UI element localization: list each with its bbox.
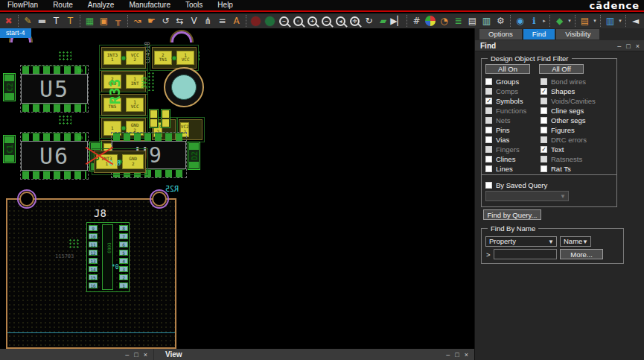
menu-help[interactable]: Help <box>210 0 240 10</box>
layers-icon[interactable]: ≣ <box>451 14 465 28</box>
checkbox-box[interactable] <box>541 117 547 124</box>
close-icon[interactable]: × <box>465 351 468 359</box>
fanout-icon[interactable]: ⋔ <box>201 14 215 28</box>
uturn-route-icon[interactable]: ↺ <box>159 14 173 28</box>
grid-toggle-icon[interactable]: # <box>409 14 424 28</box>
pin-pad[interactable]: 10 <box>89 233 98 239</box>
checkbox-box[interactable] <box>485 88 492 95</box>
name-input[interactable] <box>494 249 557 259</box>
zoom-in-icon[interactable]: + <box>307 16 317 26</box>
checkbox-other-segs[interactable]: Other segs <box>541 116 585 124</box>
pin-pad[interactable]: 15 <box>89 274 98 280</box>
checkbox-box[interactable] <box>541 127 547 133</box>
checkbox-bond-wires[interactable]: Bond wires <box>541 78 586 86</box>
close-icon[interactable]: × <box>636 42 640 50</box>
checkbox-box[interactable] <box>485 78 492 85</box>
by-saved-query-checkbox[interactable] <box>485 182 492 189</box>
color-dialog-icon[interactable] <box>425 16 436 26</box>
menu-flowplan[interactable]: FlowPlan <box>0 0 45 10</box>
property-dropdown[interactable]: Property ▼ <box>485 236 557 247</box>
component-c1[interactable]: C1 <box>3 135 16 163</box>
menu-tools[interactable]: Tools <box>178 0 210 10</box>
shape-menu-icon[interactable]: ◆ <box>552 14 567 28</box>
component-c2[interactable]: C2 <box>3 73 16 101</box>
pin-pad[interactable]: 6 <box>119 241 128 247</box>
visibility-eye-icon[interactable]: ◉ <box>513 14 527 28</box>
checkbox-functions[interactable]: Functions <box>485 107 526 115</box>
clip-menu-arrow-icon[interactable]: ▾ <box>592 18 598 24</box>
spread-icon[interactable]: ≡ <box>215 14 229 28</box>
all-on-button[interactable]: All On <box>485 64 530 74</box>
redraw-icon[interactable]: ↻ <box>362 14 376 28</box>
design-tab[interactable]: start-4 <box>0 28 31 38</box>
chart-menu-icon[interactable]: ▥ <box>603 14 617 28</box>
vertex-icon[interactable]: V <box>187 14 201 28</box>
component-d2[interactable]: D2 <box>188 142 200 170</box>
close-icon[interactable]: × <box>144 351 147 359</box>
edit-text-icon[interactable]: T <box>63 14 77 28</box>
component-discrete[interactable]: 2TN11VCC <box>152 47 197 69</box>
chart-menu-arrow-icon[interactable]: ▾ <box>617 18 623 24</box>
setup-gear-icon[interactable]: ⚙ <box>494 14 508 28</box>
clipped-tool-icon[interactable]: ◄ <box>628 14 643 28</box>
checkbox-box[interactable]: ✓ <box>541 88 547 95</box>
color-report-icon[interactable]: ▤ <box>465 14 479 28</box>
checkbox-box[interactable] <box>485 156 492 162</box>
checkbox-ratsnests[interactable]: Ratsnests <box>541 155 582 163</box>
pin-pad[interactable]: 4 <box>119 258 128 264</box>
checkbox-box[interactable] <box>541 78 547 85</box>
minimize-icon[interactable]: – <box>125 351 129 359</box>
add-text-icon[interactable]: T <box>49 14 63 28</box>
component-discrete[interactable]: INT31VCC2 <box>101 47 146 69</box>
checkbox-pins[interactable]: Pins <box>485 126 509 134</box>
pcb-canvas[interactable]: start-4 CD4518U510U610C2C1INT31VCC22TN11… <box>0 28 474 349</box>
checkbox-comps[interactable]: Comps <box>485 87 518 95</box>
find-by-query-button[interactable]: Find by Query... <box>483 209 541 220</box>
shove-mode-icon[interactable] <box>250 16 261 27</box>
view-map-icon[interactable]: ▰ <box>376 14 390 28</box>
route-connect-icon[interactable]: ↝ <box>130 14 144 28</box>
place-component-icon[interactable]: ▣ <box>97 14 111 28</box>
small-discrete[interactable] <box>161 109 170 128</box>
pin-pad[interactable]: 2 <box>119 274 128 280</box>
checkbox-box[interactable] <box>541 156 547 162</box>
menu-route[interactable]: Route <box>45 0 80 10</box>
step-forward-icon[interactable]: ▶▏ <box>390 14 404 28</box>
pin-pad[interactable]: 8 <box>119 225 128 231</box>
add-connect-icon[interactable]: ✎ <box>21 14 35 28</box>
checkbox-symbols[interactable]: ✓Symbols <box>485 97 523 105</box>
float-icon[interactable]: □ <box>626 42 630 50</box>
auto-complete-icon[interactable]: A <box>229 14 243 28</box>
mounting-hole-right[interactable] <box>170 30 195 42</box>
checkbox-drc-errors[interactable]: DRC errors <box>541 136 587 144</box>
checkbox-box[interactable] <box>485 107 492 114</box>
pin-pad[interactable]: 7 <box>119 233 128 239</box>
zoom-out-alt-icon[interactable]: − <box>322 16 331 26</box>
small-discrete[interactable] <box>149 109 159 128</box>
zoom-dynamic-icon[interactable]: ◦ <box>293 16 303 26</box>
checkbox-cline-segs[interactable]: Cline segs <box>541 107 584 115</box>
checkbox-box[interactable]: ✓ <box>485 98 492 104</box>
checkbox-figures[interactable]: Figures <box>541 126 575 134</box>
checkbox-box[interactable] <box>485 136 492 143</box>
all-off-button[interactable]: All Off <box>539 64 584 74</box>
zoom-fit-icon[interactable]: ✛ <box>350 16 360 26</box>
menu-analyze[interactable]: Analyze <box>80 0 122 10</box>
clip-menu-icon[interactable]: ▤ <box>578 14 592 28</box>
checkbox-rat-ts[interactable]: Rat Ts <box>541 165 571 173</box>
checkbox-box[interactable] <box>541 165 547 172</box>
view-snapshot-icon[interactable]: ◔ <box>437 14 451 28</box>
slide-icon[interactable]: ⇆ <box>173 14 187 28</box>
pin-pad[interactable]: 3 <box>119 266 128 272</box>
circular-pad[interactable] <box>164 67 204 107</box>
pin-pad[interactable]: 13 <box>89 258 98 264</box>
grab-hand-icon[interactable]: ☛ <box>144 14 159 28</box>
float-icon[interactable]: □ <box>455 351 459 359</box>
zoom-previous-icon[interactable]: ◂ <box>336 16 345 26</box>
report-chart-icon[interactable]: ▥ <box>479 14 494 28</box>
checkbox-shapes[interactable]: ✓Shapes <box>541 87 575 95</box>
checkbox-lines[interactable]: Lines <box>485 165 513 173</box>
pin-pad[interactable]: 1 <box>119 282 128 288</box>
name-dropdown[interactable]: Name ▼ <box>560 236 591 247</box>
checkbox-groups[interactable]: Groups <box>485 78 519 86</box>
